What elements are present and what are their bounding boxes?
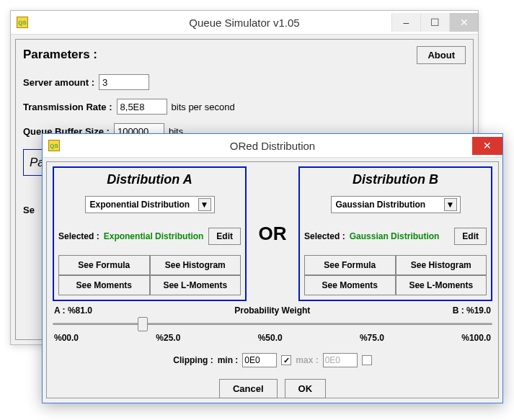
distribution-b-selected-value: Gaussian Distribution xyxy=(350,231,440,241)
slider-b-label: B : %19.0 xyxy=(453,305,491,316)
app-icon: QS xyxy=(17,17,28,28)
distribution-b-box: Distribution B Gaussian Distribution ▼ S… xyxy=(298,166,492,301)
slider-tick-50: %50.0 xyxy=(258,333,283,343)
distribution-a-combo-value: Exponential Distribution xyxy=(90,200,190,210)
distribution-b-combo-value: Gaussian Distribution xyxy=(336,200,426,210)
clip-min-checkbox[interactable]: ✓ xyxy=(281,355,291,365)
dialog-close-button[interactable]: ✕ xyxy=(472,137,502,155)
slider-tick-0: %00.0 xyxy=(54,333,79,343)
or-separator: OR xyxy=(251,166,294,301)
see-formula-button-a[interactable]: See Formula xyxy=(58,255,150,275)
distribution-a-header: Distribution A xyxy=(107,172,192,187)
clip-max-label: max : xyxy=(296,355,318,365)
slider-tick-75: %75.0 xyxy=(360,333,384,343)
dialog-titlebar[interactable]: QS ORed Distribution ✕ xyxy=(43,134,502,158)
selected-label: Selected : xyxy=(304,231,345,241)
maximize-button[interactable]: ☐ xyxy=(420,13,449,32)
ored-dialog: QS ORed Distribution ✕ Distribution A Ex… xyxy=(42,133,503,403)
probability-slider[interactable] xyxy=(53,317,492,331)
see-histogram-button-b[interactable]: See Histogram xyxy=(396,255,487,275)
distribution-a-combo[interactable]: Exponential Distribution ▼ xyxy=(85,196,215,213)
see-lmoments-button-a[interactable]: See L-Moments xyxy=(150,275,242,295)
transmission-rate-label: Transmission Rate : xyxy=(23,102,112,112)
clip-max-checkbox[interactable] xyxy=(362,355,372,365)
slider-center-label: Probability Weight xyxy=(234,305,310,316)
chevron-down-icon: ▼ xyxy=(198,198,211,211)
chevron-down-icon: ▼ xyxy=(444,198,457,211)
distribution-a-edit-button[interactable]: Edit xyxy=(208,228,241,245)
main-titlebar[interactable]: QS Queue Simulator v1.05 – ☐ ✕ xyxy=(11,11,478,35)
distribution-a-box: Distribution A Exponential Distribution … xyxy=(53,166,247,301)
close-button[interactable]: ✕ xyxy=(449,13,478,32)
parameters-label: Parameters : xyxy=(23,48,97,62)
see-histogram-button-a[interactable]: See Histogram xyxy=(150,255,242,275)
distribution-b-combo[interactable]: Gaussian Distribution ▼ xyxy=(331,196,461,213)
see-formula-button-b[interactable]: See Formula xyxy=(304,255,396,275)
distribution-b-header: Distribution B xyxy=(353,172,438,187)
slider-thumb[interactable] xyxy=(138,317,148,331)
clip-max-input[interactable] xyxy=(323,353,358,367)
server-amount-label: Server amount : xyxy=(23,77,94,88)
clip-min-input[interactable] xyxy=(242,353,277,367)
see-lmoments-button-b[interactable]: See L-Moments xyxy=(396,275,487,295)
distribution-a-selected-value: Exponential Distribution xyxy=(104,231,204,241)
dialog-body: Distribution A Exponential Distribution … xyxy=(46,161,499,398)
see-moments-button-a[interactable]: See Moments xyxy=(58,275,150,295)
slider-tick-25: %25.0 xyxy=(156,333,180,343)
selected-label: Selected : xyxy=(58,231,99,241)
clipping-label: Clipping : xyxy=(173,355,213,365)
dialog-title: ORed Distribution xyxy=(43,140,502,152)
minimize-button[interactable]: – xyxy=(391,13,420,32)
slider-tick-100: %100.0 xyxy=(461,333,491,343)
transmission-rate-input[interactable] xyxy=(117,99,167,115)
distribution-b-edit-button[interactable]: Edit xyxy=(454,228,487,245)
transmission-rate-unit: bits per second xyxy=(172,102,235,112)
clip-min-label: min : xyxy=(218,355,239,365)
app-icon: QS xyxy=(48,140,60,151)
see-moments-button-b[interactable]: See Moments xyxy=(304,275,396,295)
ok-button[interactable]: OK xyxy=(285,379,327,398)
server-amount-input[interactable] xyxy=(99,74,149,90)
probability-slider-area: A : %81.0 Probability Weight B : %19.0 %… xyxy=(53,305,492,343)
slider-a-label: A : %81.0 xyxy=(54,305,92,316)
about-button[interactable]: About xyxy=(417,46,466,64)
cancel-button[interactable]: Cancel xyxy=(219,379,278,398)
